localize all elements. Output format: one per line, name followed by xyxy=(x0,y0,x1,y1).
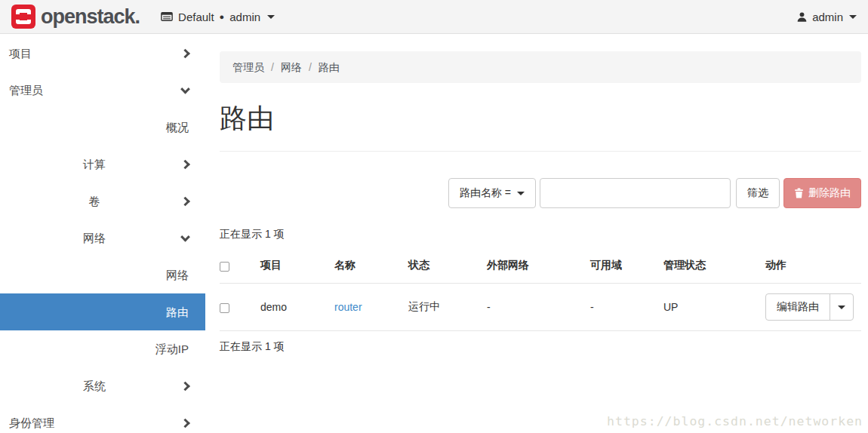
table-panel-icon xyxy=(161,11,173,22)
filter-input[interactable] xyxy=(540,178,731,208)
sidebar-item-network-group[interactable]: 网络 xyxy=(0,220,205,256)
main-content: 管理员/网络/路由 路由 路由名称 = 筛选 删除路由 正在显示 1 项 xyxy=(205,34,868,433)
chevron-down-icon xyxy=(180,84,190,94)
col-header-project[interactable]: 项目 xyxy=(260,251,334,284)
col-header-status[interactable]: 状态 xyxy=(408,251,487,284)
filter-button[interactable]: 筛选 xyxy=(736,178,780,208)
watermark: https://blog.csdn.net/networken xyxy=(607,414,863,428)
table-header-row: 项目 名称 状态 外部网络 可用域 管理状态 动作 xyxy=(220,251,861,284)
cell-external-network: - xyxy=(487,284,590,331)
col-header-external-network[interactable]: 外部网络 xyxy=(487,251,590,284)
items-count-bottom: 正在显示 1 项 xyxy=(220,340,861,354)
chevron-right-icon xyxy=(180,418,190,428)
chevron-down-icon xyxy=(517,192,525,195)
breadcrumb-admin[interactable]: 管理员 xyxy=(232,61,264,73)
trash-icon xyxy=(794,188,804,198)
router-name-link[interactable]: router xyxy=(334,301,362,313)
breadcrumb: 管理员/网络/路由 xyxy=(220,51,861,83)
domain-project-switcher[interactable]: Default ● admin xyxy=(161,11,275,23)
chevron-down-icon xyxy=(838,306,845,309)
cell-availability-zone: - xyxy=(590,284,663,331)
routers-table: 项目 名称 状态 外部网络 可用域 管理状态 动作 demo router 运行… xyxy=(220,251,861,331)
context-separator: ● xyxy=(220,12,225,21)
page-title: 路由 xyxy=(220,100,861,137)
brand-wordmark: openstack. xyxy=(41,5,140,29)
user-icon xyxy=(796,11,808,23)
sidebar-item-routers[interactable]: 路由 xyxy=(0,293,205,330)
row-actions-dropdown-toggle[interactable] xyxy=(830,294,853,320)
chevron-down-icon xyxy=(849,15,857,19)
user-menu[interactable]: admin xyxy=(796,11,857,23)
sidebar-item-floating-ips[interactable]: 浮动IP xyxy=(0,330,205,367)
edit-router-button[interactable]: 编辑路由 xyxy=(766,294,830,320)
openstack-brand: openstack. xyxy=(11,5,140,29)
breadcrumb-network[interactable]: 网络 xyxy=(281,61,302,73)
row-actions-split-button: 编辑路由 xyxy=(765,293,854,321)
cell-project: demo xyxy=(260,284,334,331)
context-project: admin xyxy=(229,11,260,23)
cell-admin-state: UP xyxy=(663,284,765,331)
context-domain: Default xyxy=(178,11,214,23)
name-filter-dropdown[interactable]: 路由名称 = xyxy=(448,178,536,208)
sidebar-item-admin[interactable]: 管理员 xyxy=(0,72,205,109)
col-header-name[interactable]: 名称 xyxy=(334,251,408,284)
openstack-logo-icon xyxy=(11,5,35,29)
sidebar-item-identity[interactable]: 身份管理 xyxy=(0,404,205,433)
sidebar-item-networks[interactable]: 网络 xyxy=(0,256,205,293)
sidebar-item-project[interactable]: 项目 xyxy=(0,35,205,72)
user-name: admin xyxy=(812,11,843,23)
table-row: demo router 运行中 - - UP 编辑路由 xyxy=(220,284,861,331)
sidebar-item-volumes[interactable]: 卷 xyxy=(0,183,205,220)
chevron-down-icon xyxy=(267,15,275,19)
items-count-top: 正在显示 1 项 xyxy=(220,228,861,241)
title-divider xyxy=(220,151,861,152)
col-header-availability-zone[interactable]: 可用域 xyxy=(590,251,663,284)
cell-status: 运行中 xyxy=(408,284,487,331)
col-header-actions: 动作 xyxy=(765,251,861,284)
col-header-admin-state[interactable]: 管理状态 xyxy=(663,251,765,284)
sidebar-item-overview[interactable]: 概况 xyxy=(0,109,205,146)
table-toolbar: 路由名称 = 筛选 删除路由 xyxy=(220,178,861,208)
sidebar-item-compute[interactable]: 计算 xyxy=(0,146,205,183)
sidebar-nav: 项目 管理员 概况 计算 卷 网络 网络 路由 浮动IP xyxy=(0,34,205,433)
select-all-checkbox[interactable] xyxy=(220,262,229,272)
delete-routers-button[interactable]: 删除路由 xyxy=(783,178,861,208)
chevron-right-icon xyxy=(180,48,190,58)
top-bar: openstack. Default ● admin admin xyxy=(0,0,868,34)
row-checkbox[interactable] xyxy=(220,303,229,313)
breadcrumb-routers: 路由 xyxy=(319,61,340,73)
sidebar-item-system[interactable]: 系统 xyxy=(0,367,205,404)
